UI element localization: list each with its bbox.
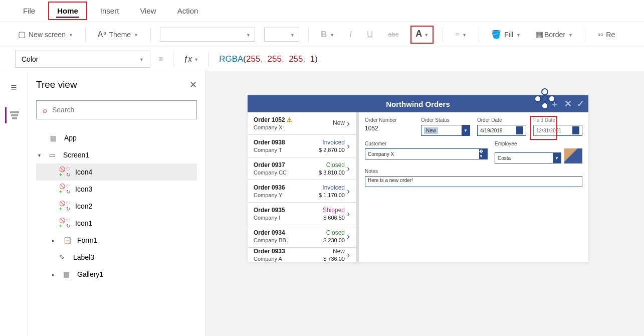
employee-select[interactable]: Costa▼ [495,152,561,163]
tree-search[interactable]: ⌕ [36,100,197,119]
font-size-select[interactable]: ▼ [264,28,299,42]
font-color-button[interactable]: A▼ [410,26,434,44]
underline-button[interactable]: U [364,28,376,42]
app-header: Northwind Orders ＋ ✕ ✓ [248,95,588,112]
order-row[interactable]: Order 0934Company BB Closed$ 230.00 › [248,225,356,248]
order-number-value: 1052 [365,125,414,132]
highlight-box [530,116,557,140]
tree-item-gallery1[interactable]: ▸ ▦ Gallery1 [36,266,197,283]
new-screen-label: New screen [29,31,66,39]
search-input[interactable] [52,106,190,114]
form-icon: 📋 [63,236,72,244]
tree-label: Gallery1 [77,270,103,278]
tree-item-label3[interactable]: ✎ Label3 [36,249,197,266]
tree-label: Icon2 [75,202,92,210]
font-select[interactable]: ▼ [160,28,255,42]
chevron-right-icon: › [347,163,350,174]
bold-button[interactable]: B▼ [318,28,337,42]
field-label: Order Date [477,117,526,123]
notes-input[interactable]: Here is a new order! [365,176,582,187]
tree-item-icon4[interactable]: 🚫♡ +↻ Icon4 [36,163,197,181]
formula-bar: Color ▼ = ƒx ▼ RGBA(255, 255, 255, 1) [0,47,644,71]
check-icon[interactable]: ✓ [577,98,584,109]
equals-sign: = [158,55,163,64]
tree-label: Screen1 [63,151,89,159]
font-color-icon: A [415,29,422,41]
tree-item-screen1[interactable]: ▾ ▭ Screen1 [36,146,197,163]
left-rail: ≡ [0,71,28,336]
tab-file[interactable]: File [15,3,43,19]
tree-item-form1[interactable]: ▸ 📋 Form1 [36,232,197,249]
order-list: Order 1052 ⚠Company X New › Order 0938Co… [248,112,356,262]
canvas: Northwind Orders ＋ ✕ ✓ [205,71,644,336]
tree-view-icon[interactable] [5,107,21,123]
chevron-right-icon: ▸ [52,272,58,277]
tree-label: Form1 [77,236,97,244]
avatar [564,148,582,163]
tree-item-icon2[interactable]: 🚫♡ +↻ Icon2 [36,198,197,215]
new-screen-button[interactable]: ▢ New screen ▼ [15,28,76,41]
fill-icon: 🪣 [491,30,501,39]
tree-label: Icon1 [75,219,92,227]
tab-view[interactable]: View [132,3,164,19]
screen-icon: ▭ [49,151,58,159]
order-row[interactable]: Order 0936Company Y Invoiced$ 1,170.00 › [248,180,356,203]
order-row[interactable]: Order 0935Company I Shipped$ 606.50 › [248,203,356,225]
order-row[interactable]: Order 0938Company T Invoiced$ 2,870.00 › [248,135,356,157]
property-name: Color [22,55,38,63]
chevron-right-icon: › [347,186,350,197]
order-status-select[interactable]: New▼ [421,125,470,136]
search-icon: ⌕ [43,106,47,114]
tree-item-app[interactable]: ▦ App [36,129,197,146]
reorder-label: Re [606,31,615,39]
ribbon: ▢ New screen ▼ Aᵃ Theme ▼ ▼ ▼ B▼ I U abc… [0,22,644,47]
app-title: Northwind Orders [386,100,450,108]
tab-action[interactable]: Action [169,3,206,19]
label-icon: ✎ [59,253,68,261]
reorder-button[interactable]: ▫▫ Re [594,28,618,41]
italic-button[interactable]: I [346,28,355,42]
border-icon: ▦ [536,30,541,39]
property-select[interactable]: Color ▼ [15,51,150,68]
tab-insert[interactable]: Insert [92,3,127,19]
gallery-icon: ▦ [63,270,72,278]
tree-label: App [64,134,77,142]
fill-button[interactable]: 🪣 Fill ▼ [488,28,524,41]
order-row[interactable]: Order 1052 ⚠Company X New › [248,112,356,135]
chevron-right-icon: › [347,250,350,260]
customer-select[interactable]: Company X� ▼ [365,148,488,159]
tree-item-icon1[interactable]: 🚫♡ +↻ Icon1 [36,215,197,232]
hamburger-icon[interactable]: ≡ [6,79,22,95]
app-icon: ▦ [50,134,59,142]
close-icon[interactable]: ✕ [189,79,197,90]
field-label: Customer [365,141,488,146]
fn-name: RGBA [219,54,243,64]
tab-home[interactable]: Home [48,2,87,20]
chevron-right-icon: › [347,141,350,151]
warning-icon: ⚠ [287,116,292,123]
tree-label: Label3 [73,253,94,261]
order-row[interactable]: Order 0937Company CC Closed$ 3,810.00 › [248,157,356,180]
cancel-icon[interactable]: ✕ [564,98,572,109]
formula-input[interactable]: RGBA(255, 255, 255, 1) [219,51,629,68]
fx-label[interactable]: ƒx ▼ [183,55,198,64]
theme-label: Theme [109,31,131,39]
align-button[interactable]: ≡▼ [452,29,470,41]
field-label: Notes [365,169,582,174]
chevron-right-icon: › [347,231,350,242]
theme-button[interactable]: Aᵃ Theme ▼ [95,28,141,41]
border-label: Border [544,31,565,39]
add-icon[interactable]: ＋ [550,98,559,110]
order-row[interactable]: Order 0933Company A New$ 736.00 › [248,248,356,262]
align-icon: ≡ [455,31,459,39]
menu-tabs: File Home Insert View Action [0,0,644,22]
calendar-icon [516,126,523,134]
main: ≡ Tree view ✕ ⌕ ▦ App ▾ ▭ Screen1 🚫♡ [0,71,644,336]
tree-item-icon3[interactable]: 🚫♡ +↻ Icon3 [36,181,197,198]
strike-button[interactable]: abc [385,29,401,40]
chevron-right-icon: › [347,209,350,219]
reload-icon: 🚫♡ +↻ [59,166,70,178]
order-date-input[interactable]: 4/19/2019 [477,125,526,136]
border-button[interactable]: ▦ Border ▼ [533,28,576,41]
field-label: Employee [495,141,582,146]
